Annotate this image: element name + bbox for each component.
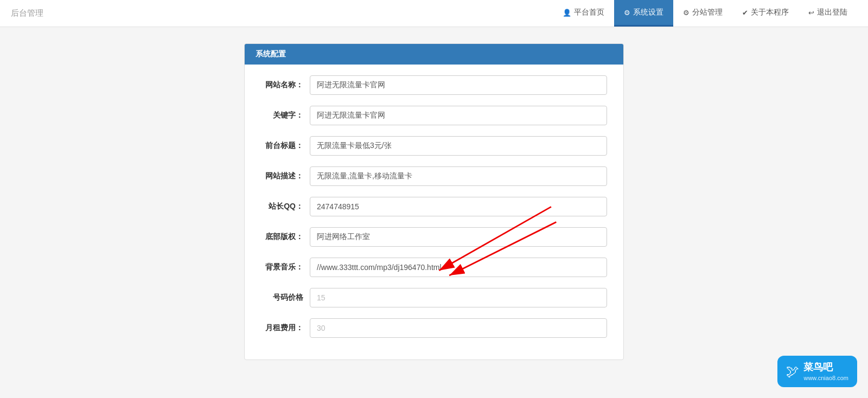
label-keywords: 关键字： [261,111,310,120]
nav-icon-logout: ↩ [808,9,814,17]
panel-body: 网站名称：关键字：前台标题：网站描述：站长QQ：底部版权：背景音乐：号码价格月租… [245,65,623,360]
nav-item-substation-mgmt[interactable]: ⚙分站管理 [673,0,732,27]
watermark-url: www.cniao8.com [803,374,848,382]
input-footer-copyright[interactable] [310,227,607,247]
input-bg-music[interactable] [310,258,607,277]
panel-header: 系统配置 [245,44,623,65]
form-group-bg-music: 背景音乐： [261,258,607,277]
nav-item-platform-home[interactable]: 👤平台首页 [553,0,614,27]
form-group-card-price: 号码价格 [261,288,607,307]
nav-icon-platform-home: 👤 [563,9,571,17]
navbar-nav: 👤平台首页⚙系统设置⚙分站管理✔关于本程序↩退出登陆 [553,0,857,27]
input-site-desc[interactable] [310,166,607,186]
input-site-name[interactable] [310,75,607,95]
form-group-owner-qq: 站长QQ： [261,197,607,216]
input-owner-qq[interactable] [310,197,607,216]
label-footer-copyright: 底部版权： [261,232,310,242]
navbar: 后台管理 👤平台首页⚙系统设置⚙分站管理✔关于本程序↩退出登陆 [0,0,868,27]
nav-label-platform-home: 平台首页 [574,8,604,17]
nav-label-about: 关于本程序 [751,8,789,17]
nav-item-system-settings[interactable]: ⚙系统设置 [614,0,673,27]
input-keywords[interactable] [310,106,607,125]
watermark-bird-icon: 🕊 [786,364,799,379]
label-site-desc: 网站描述： [261,171,310,181]
config-panel: 系统配置 网站名称：关键字：前台标题：网站描述：站长QQ：底部版权：背景音乐：号… [244,43,624,360]
navbar-brand: 后台管理 [11,8,553,18]
input-card-price[interactable] [310,288,607,307]
form-group-front-title: 前台标题： [261,136,607,156]
panel-title: 系统配置 [256,49,286,58]
label-card-price: 号码价格 [261,293,310,303]
label-bg-music: 背景音乐： [261,262,310,272]
nav-icon-substation-mgmt: ⚙ [683,9,690,17]
label-site-name: 网站名称： [261,80,310,90]
nav-item-logout[interactable]: ↩退出登陆 [799,0,857,27]
nav-label-logout: 退出登陆 [817,8,847,17]
form-group-site-name: 网站名称： [261,75,607,95]
form-group-footer-copyright: 底部版权： [261,227,607,247]
form-group-keywords: 关键字： [261,106,607,125]
nav-label-system-settings: 系统设置 [633,8,663,17]
watermark: 🕊 菜鸟吧 www.cniao8.com [777,356,857,387]
watermark-text: 菜鸟吧 www.cniao8.com [803,361,848,382]
label-owner-qq: 站长QQ： [261,202,310,211]
label-front-title: 前台标题： [261,141,310,151]
label-monthly-fee: 月租费用： [261,323,310,333]
input-front-title[interactable] [310,136,607,156]
main-content: 系统配置 网站名称：关键字：前台标题：网站描述：站长QQ：底部版权：背景音乐：号… [108,27,760,376]
form-group-monthly-fee: 月租费用： [261,318,607,338]
nav-label-substation-mgmt: 分站管理 [692,8,723,17]
form-group-site-desc: 网站描述： [261,166,607,186]
nav-item-about[interactable]: ✔关于本程序 [732,0,799,27]
nav-icon-system-settings: ⚙ [624,9,630,17]
nav-icon-about: ✔ [742,9,748,17]
watermark-cn: 菜鸟吧 [803,361,848,374]
input-monthly-fee[interactable] [310,318,607,338]
